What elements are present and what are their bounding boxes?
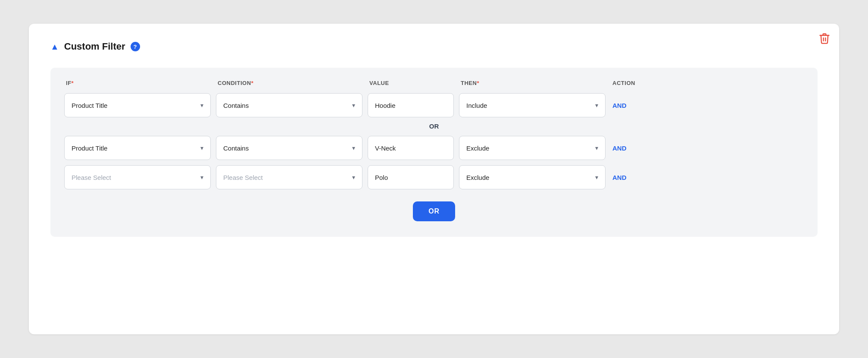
condition-select-1[interactable]: Contains ▾	[216, 93, 362, 117]
column-headers: IF* CONDITION* VALUE THEN* ACTION	[64, 80, 804, 86]
card-header: ▲ Custom Filter ?	[50, 41, 818, 52]
filter-card: ▲ Custom Filter ? IF* CONDITION* VALUE T…	[29, 24, 839, 334]
then-select-2[interactable]: Exclude ▾	[459, 136, 606, 160]
delete-button[interactable]	[818, 32, 831, 46]
then-chevron-1: ▾	[595, 102, 598, 109]
condition-chevron-1: ▾	[352, 102, 355, 109]
then-select-label-3: Exclude	[466, 174, 595, 181]
value-input-3[interactable]	[368, 165, 454, 189]
or-button-row: OR	[64, 201, 804, 221]
if-select-label-1: Product Title	[72, 102, 200, 109]
filter-row-3: Please Select ▾ Please Select ▾ Exclude …	[64, 165, 804, 189]
condition-select-3[interactable]: Please Select ▾	[216, 165, 362, 189]
action-and-3[interactable]: AND	[611, 174, 662, 181]
action-and-1[interactable]: AND	[611, 102, 662, 109]
if-chevron-3: ▾	[200, 174, 203, 181]
condition-select-label-2: Contains	[223, 144, 352, 152]
or-button[interactable]: OR	[413, 201, 455, 221]
action-and-2[interactable]: AND	[611, 144, 662, 152]
filter-row-1: Product Title ▾ Contains ▾ Include ▾ AND	[64, 93, 804, 117]
if-select-1[interactable]: Product Title ▾	[64, 93, 211, 117]
then-chevron-2: ▾	[595, 144, 598, 151]
then-column-header: THEN*	[461, 80, 607, 86]
if-column-header: IF*	[66, 80, 212, 86]
collapse-icon[interactable]: ▲	[50, 42, 59, 52]
filter-container: IF* CONDITION* VALUE THEN* ACTION Prod	[50, 68, 818, 237]
then-select-label-2: Exclude	[466, 144, 595, 152]
condition-select-label-1: Contains	[223, 102, 352, 109]
page-title: Custom Filter	[64, 41, 125, 52]
if-select-2[interactable]: Product Title ▾	[64, 136, 211, 160]
filter-row-2: Product Title ▾ Contains ▾ Exclude ▾ AND	[64, 136, 804, 160]
condition-select-2[interactable]: Contains ▾	[216, 136, 362, 160]
if-select-label-2: Product Title	[72, 144, 200, 152]
help-icon[interactable]: ?	[131, 42, 140, 51]
if-select-label-3: Please Select	[72, 174, 200, 181]
action-column-header: ACTION	[612, 80, 664, 86]
value-input-2[interactable]	[368, 136, 454, 160]
value-column-header: VALUE	[369, 80, 456, 86]
if-chevron-1: ▾	[200, 102, 203, 109]
value-input-1[interactable]	[368, 93, 454, 117]
then-select-3[interactable]: Exclude ▾	[459, 165, 606, 189]
then-chevron-3: ▾	[595, 174, 598, 181]
condition-column-header: CONDITION*	[218, 80, 364, 86]
if-chevron-2: ▾	[200, 144, 203, 151]
condition-chevron-3: ▾	[352, 174, 355, 181]
then-select-label-1: Include	[466, 102, 595, 109]
if-select-3[interactable]: Please Select ▾	[64, 165, 211, 189]
condition-chevron-2: ▾	[352, 144, 355, 151]
then-select-1[interactable]: Include ▾	[459, 93, 606, 117]
condition-select-label-3: Please Select	[223, 174, 352, 181]
page-wrapper: ▲ Custom Filter ? IF* CONDITION* VALUE T…	[0, 0, 868, 358]
or-divider: OR	[64, 122, 804, 130]
